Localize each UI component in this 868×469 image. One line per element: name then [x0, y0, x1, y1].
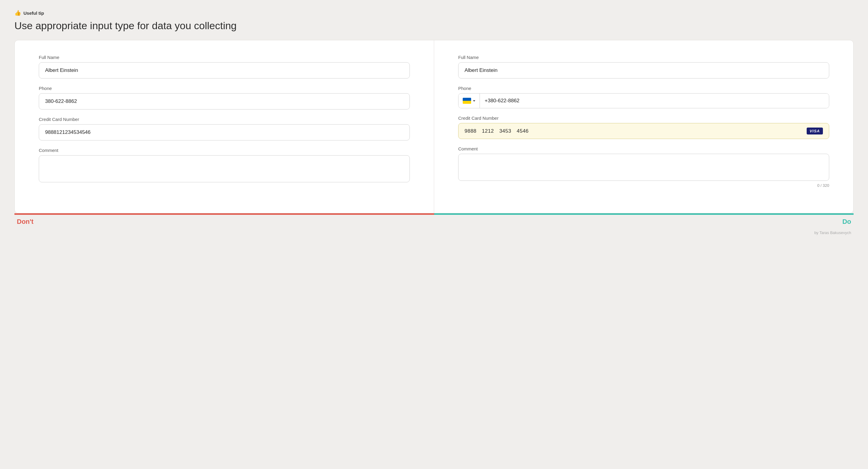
right-phone-label: Phone — [458, 86, 829, 91]
right-phone-group: Phone — [458, 86, 829, 108]
left-credit-card-group: Credit Card Number — [39, 117, 410, 141]
char-count: 0 / 320 — [458, 183, 829, 188]
card-num-2: 1212 — [482, 128, 494, 134]
page-title: Use appropriate input type for data you … — [14, 20, 854, 32]
left-phone-label: Phone — [39, 86, 410, 91]
left-full-name-group: Full Name — [39, 55, 410, 79]
right-comment-label: Comment — [458, 146, 829, 151]
phone-input-group — [458, 93, 829, 108]
visa-badge: VISA — [807, 127, 823, 135]
left-full-name-input[interactable] — [39, 62, 410, 79]
left-credit-card-input[interactable] — [39, 124, 410, 141]
tip-label: Useful tip — [24, 10, 44, 16]
left-full-name-label: Full Name — [39, 55, 410, 60]
right-credit-card-label: Credit Card Number — [458, 116, 829, 121]
right-full-name-input[interactable] — [458, 62, 829, 79]
do-label: Do — [842, 218, 851, 226]
dont-label: Don't — [17, 218, 33, 226]
textarea-wrapper: 0 / 320 — [458, 154, 829, 188]
panel-label-row: Don't Do — [14, 215, 854, 226]
left-credit-card-label: Credit Card Number — [39, 117, 410, 122]
card-num-1: 9888 — [465, 128, 476, 134]
right-panel: Full Name Phone Credit Card Number — [434, 40, 853, 213]
right-comment-input[interactable] — [458, 154, 829, 181]
left-comment-label: Comment — [39, 148, 410, 153]
right-full-name-group: Full Name — [458, 55, 829, 79]
left-comment-group: Comment — [39, 148, 410, 183]
card-num-3: 3453 — [499, 128, 512, 134]
right-full-name-label: Full Name — [458, 55, 829, 60]
bottom-section: Don't Do — [14, 213, 854, 226]
card-num-4: 4546 — [517, 128, 529, 134]
left-comment-input[interactable] — [39, 155, 410, 182]
country-selector[interactable] — [459, 93, 480, 108]
chevron-down-icon — [473, 100, 475, 102]
card-numbers: 9888 1212 3453 4546 — [465, 128, 529, 134]
ukraine-flag — [463, 98, 471, 104]
do-bar — [434, 213, 854, 215]
credit-card-display[interactable]: 9888 1212 3453 4546 VISA — [458, 123, 829, 139]
right-credit-card-group: Credit Card Number 9888 1212 3453 4546 V… — [458, 116, 829, 139]
left-phone-input[interactable] — [39, 93, 410, 110]
useful-tip-row: 👍 Useful tip — [14, 10, 854, 16]
comparison-container: Full Name Phone Credit Card Number Comme… — [14, 40, 854, 213]
dont-bar — [14, 213, 434, 215]
left-panel: Full Name Phone Credit Card Number Comme… — [15, 40, 434, 213]
right-phone-input[interactable] — [480, 93, 829, 108]
thumb-icon: 👍 — [14, 10, 21, 16]
footer-credit: by Taras Bakusevych — [14, 230, 854, 235]
right-comment-group: Comment 0 / 320 — [458, 146, 829, 188]
left-phone-group: Phone — [39, 86, 410, 110]
